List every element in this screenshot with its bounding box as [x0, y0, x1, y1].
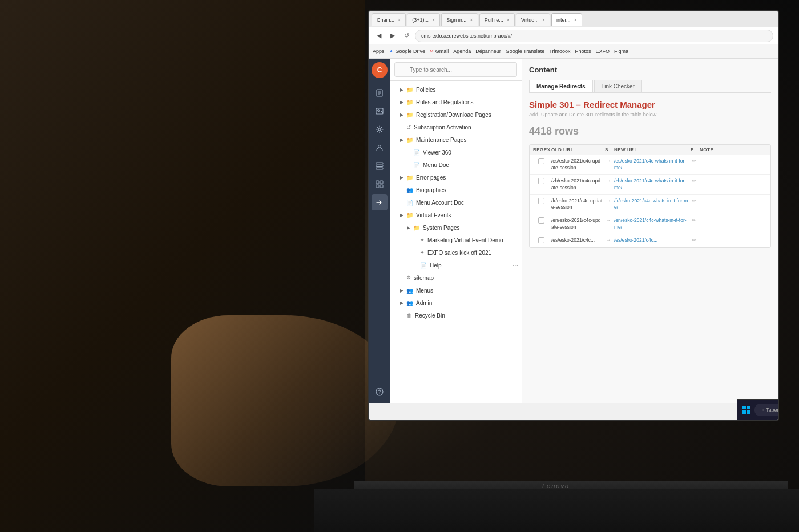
tree-item-registration[interactable]: ▶ 📁 Registration/Download Pages: [390, 108, 522, 121]
icon-sitemap: ⚙: [406, 275, 411, 281]
th-note: NOTE: [700, 147, 734, 152]
table-row[interactable]: /zh/esko-2021/c4c-update-session → /zh/e…: [530, 175, 770, 195]
tree-label-menudoc: Menu Doc: [423, 162, 449, 168]
bookmark-photos[interactable]: Photos: [575, 48, 591, 54]
tree-label-registration: Registration/Download Pages: [416, 112, 491, 118]
table-row[interactable]: /es/esko-2021/c4c-update-session → /es/e…: [530, 155, 770, 175]
redirect-table: REGEX OLD URL S NEW URL E NOTE /es/esko-…: [529, 144, 771, 248]
start-button[interactable]: [741, 404, 752, 416]
tab-manage-redirects[interactable]: Manage Redirects: [529, 80, 593, 92]
tree-item-sitemap[interactable]: ▶ ⚙ sitemap: [390, 271, 522, 284]
back-button[interactable]: ◀: [374, 31, 384, 41]
tree-label-maintenance: Maintenance Pages: [416, 137, 466, 143]
bookmark-gmail[interactable]: M Gmail: [430, 48, 449, 54]
bookmark-drive[interactable]: ▲ Google Drive: [389, 48, 425, 54]
three-dots-help[interactable]: ···: [513, 261, 518, 269]
search-input[interactable]: [394, 62, 517, 77]
tree-item-policies[interactable]: ▶ 📁 Policies: [390, 83, 522, 96]
icon-biographies: 👥: [406, 187, 413, 193]
tab-close-1[interactable]: ×: [398, 17, 401, 23]
tree-item-subscription[interactable]: ▶ ↺ Subscription Activation: [390, 121, 522, 133]
table-row[interactable]: /es/esko-2021/c4c... → /es/esko-2021/c4c…: [530, 234, 770, 247]
bookmark-apps[interactable]: Apps: [373, 48, 385, 54]
edit-icon-row3[interactable]: ✏: [691, 198, 697, 204]
checkbox-row3[interactable]: [538, 198, 544, 204]
sidebar-icon-content-list[interactable]: [372, 158, 388, 174]
tab-close-active[interactable]: ×: [574, 17, 577, 23]
browser-tab-2[interactable]: (3+1)... ×: [407, 13, 440, 26]
bookmark-agenda[interactable]: Agenda: [453, 48, 471, 54]
checkbox-row1[interactable]: [538, 158, 544, 164]
th-new-url: NEW URL: [614, 147, 688, 152]
keyboard-area: [314, 489, 799, 532]
browser-tab-active[interactable]: inter... ×: [551, 13, 582, 26]
tree-item-menuaccount[interactable]: ▶ 📄 Menu Account Doc: [390, 196, 522, 209]
browser-tab-3[interactable]: Sign in... ×: [441, 13, 478, 26]
browser-tab-4[interactable]: Pull re... ×: [479, 13, 515, 26]
sidebar-icon-redirect[interactable]: [372, 194, 388, 210]
tab-label-active: inter...: [556, 17, 571, 23]
tree-item-biographies[interactable]: ▶ 👥 Biographies: [390, 184, 522, 196]
edit-icon-row2[interactable]: ✏: [691, 178, 697, 184]
checkbox-row2[interactable]: [538, 178, 544, 184]
tab-close-4[interactable]: ×: [507, 17, 510, 23]
forward-button[interactable]: ▶: [388, 31, 398, 41]
bookmark-trimooox[interactable]: Trimooox: [549, 48, 570, 54]
checkbox-row5[interactable]: [538, 237, 544, 243]
old-url-row3: /fr/esko-2021/c4c-update-session: [551, 198, 603, 212]
tab-close-2[interactable]: ×: [432, 17, 435, 23]
tree-item-menus[interactable]: ▶ 👥 Menus: [390, 284, 522, 297]
edit-icon-row4[interactable]: ✏: [691, 217, 697, 223]
arrow-icon-row3: →: [605, 198, 612, 204]
tree-item-exfosales[interactable]: ▶ ✦ EXFO sales kick off 2021: [390, 246, 522, 259]
bookmark-translate[interactable]: Google Translate: [506, 48, 545, 54]
tree-item-marketing[interactable]: ▶ ✦ Marketing Virtual Event Demo: [390, 234, 522, 246]
icon-admin: 👥: [406, 300, 413, 306]
tree-item-recyclebin[interactable]: ▶ 🗑 Recycle Bin: [390, 309, 522, 322]
tab-label-5: Virtuo...: [521, 17, 539, 23]
tree-item-menudoc[interactable]: ▶ 📄 Menu Doc: [390, 159, 522, 171]
edit-icon-row1[interactable]: ✏: [691, 158, 697, 164]
browser-tab-1[interactable]: Chain... ×: [372, 13, 406, 26]
sidebar-icon-media[interactable]: [372, 103, 388, 119]
tree-label-systempages: System Pages: [423, 225, 459, 231]
tree-arrow-virtualevents: ▶: [399, 212, 405, 218]
address-bar[interactable]: cms-exfo.azurewebsites.net/umbraco/#/: [415, 30, 773, 42]
cms-logo[interactable]: C: [372, 62, 388, 78]
tree-item-help[interactable]: ▶ 📄 Help ···: [390, 259, 522, 271]
tree-item-admin[interactable]: ▶ 👥 Admin: [390, 297, 522, 309]
tab-close-5[interactable]: ×: [542, 17, 545, 23]
browser-tab-5[interactable]: Virtuo... ×: [516, 13, 550, 26]
taskbar-search[interactable]: ○ Taper ici pour rechercher: [754, 404, 779, 416]
bookmark-depanneur[interactable]: Dépanneur: [475, 48, 501, 54]
table-row[interactable]: /fr/esko-2021/c4c-update-session → /fr/e…: [530, 195, 770, 215]
old-url-row5: /es/esko-2021/c4c...: [551, 237, 603, 244]
sidebar-icon-users[interactable]: [372, 140, 388, 156]
edit-icon-row5[interactable]: ✏: [691, 237, 697, 243]
svg-point-16: [379, 393, 380, 393]
sidebar-icon-settings[interactable]: [372, 121, 388, 137]
tab-close-3[interactable]: ×: [470, 17, 473, 23]
icon-exfosales: ✦: [420, 250, 425, 255]
table-row[interactable]: /en/esko-2021/c4c-update-session → /en/e…: [530, 214, 770, 234]
tree-item-errorpages[interactable]: ▶ 📁 Error pages: [390, 171, 522, 184]
sidebar-icon-help[interactable]: [372, 384, 388, 400]
bookmark-apps-label: Apps: [373, 48, 385, 54]
tree-item-virtualevents[interactable]: ▶ 📁 Virtual Events: [390, 209, 522, 221]
tree-item-rules[interactable]: ▶ 📁 Rules and Regulations: [390, 96, 522, 108]
tab-link-checker[interactable]: Link Checker: [594, 80, 642, 92]
tree-item-viewer360[interactable]: ▶ 📄 Viewer 360: [390, 146, 522, 159]
tab-manage-redirects-label: Manage Redirects: [536, 83, 586, 90]
tree-item-systempages[interactable]: ▶ 📁 System Pages: [390, 221, 522, 234]
checkbox-row4[interactable]: [538, 217, 544, 224]
windows-taskbar: ○ Taper ici pour rechercher e e 🦊 🌐 📁 Ai…: [737, 399, 779, 420]
refresh-button[interactable]: ↺: [401, 31, 411, 41]
tree-item-maintenance[interactable]: ▶ 📁 Maintenance Pages: [390, 133, 522, 146]
sidebar-icon-packages[interactable]: [372, 176, 388, 192]
bookmark-exfo[interactable]: EXFO: [596, 48, 610, 54]
bookmark-figma[interactable]: Figma: [614, 48, 628, 54]
sidebar-icon-pages[interactable]: [372, 85, 388, 101]
content-panel: Content Manage Redirects Link Checker Si…: [522, 59, 778, 403]
arrow-icon-row4: →: [605, 217, 612, 223]
tree-arrow-errorpages: ▶: [399, 174, 405, 180]
